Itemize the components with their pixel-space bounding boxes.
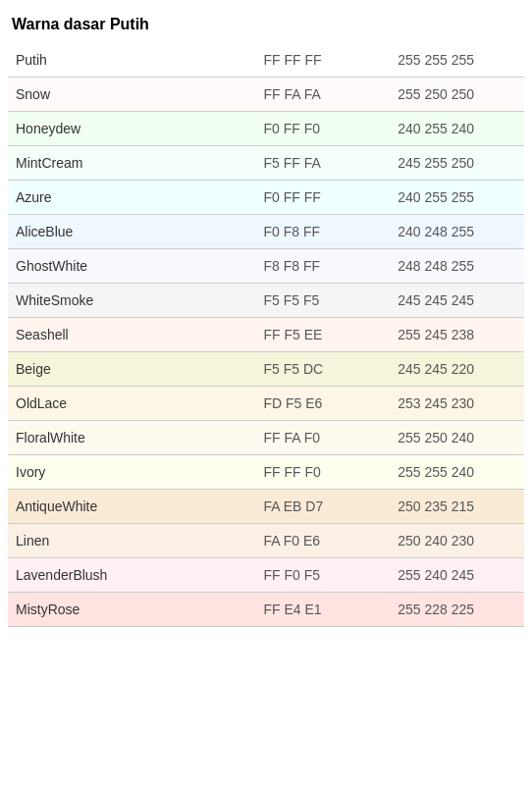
table-row: FloralWhiteFF FA F0255 250 240: [8, 421, 524, 455]
color-name: Seashell: [8, 318, 255, 352]
color-name: AliceBlue: [8, 215, 255, 249]
table-row: BeigeF5 F5 DC245 245 220: [8, 352, 524, 387]
table-row: GhostWhiteF8 F8 FF248 248 255: [8, 249, 524, 284]
color-hex: FF FF F0: [255, 455, 390, 490]
color-hex: F0 F8 FF: [255, 215, 390, 249]
color-rgb: 255 245 238: [390, 318, 524, 352]
table-row: IvoryFF FF F0255 255 240: [8, 455, 524, 490]
color-name: LavenderBlush: [8, 558, 255, 593]
color-name: Honeydew: [8, 112, 255, 146]
color-name: Ivory: [8, 455, 255, 490]
color-hex: FF E4 E1: [255, 593, 390, 627]
table-row: OldLaceFD F5 E6253 245 230: [8, 387, 524, 421]
table-row: AliceBlueF0 F8 FF240 248 255: [8, 215, 524, 249]
color-rgb: 250 235 215: [390, 490, 524, 524]
color-hex: F0 FF FF: [255, 181, 390, 215]
color-hex: F5 F5 DC: [255, 352, 390, 387]
color-rgb: 253 245 230: [390, 387, 524, 421]
color-name: Snow: [8, 78, 255, 112]
color-hex: FF FA FA: [255, 78, 390, 112]
color-name: MintCream: [8, 146, 255, 181]
table-row: HoneydewF0 FF F0240 255 240: [8, 112, 524, 146]
color-hex: FF F5 EE: [255, 318, 390, 352]
color-rgb: 240 255 255: [390, 181, 524, 215]
table-row: PutihFF FF FF255 255 255: [8, 43, 524, 78]
main-container: Warna dasar Putih PutihFF FF FF255 255 2…: [0, 0, 532, 635]
color-hex: F5 F5 F5: [255, 284, 390, 318]
color-name: WhiteSmoke: [8, 284, 255, 318]
table-row: AntiqueWhiteFA EB D7250 235 215: [8, 490, 524, 524]
color-name: MistyRose: [8, 593, 255, 627]
color-name: AntiqueWhite: [8, 490, 255, 524]
table-row: SeashellFF F5 EE255 245 238: [8, 318, 524, 352]
color-hex: FF F0 F5: [255, 558, 390, 593]
color-rgb: 255 250 240: [390, 421, 524, 455]
color-rgb: 248 248 255: [390, 249, 524, 284]
color-rgb: 255 240 245: [390, 558, 524, 593]
color-name: FloralWhite: [8, 421, 255, 455]
table-row: MistyRoseFF E4 E1255 228 225: [8, 593, 524, 627]
color-rgb: 255 255 255: [390, 43, 524, 78]
color-name: Putih: [8, 43, 255, 78]
color-rgb: 255 228 225: [390, 593, 524, 627]
color-rgb: 240 248 255: [390, 215, 524, 249]
color-rgb: 245 255 250: [390, 146, 524, 181]
table-row: AzureF0 FF FF240 255 255: [8, 181, 524, 215]
color-hex: F0 FF F0: [255, 112, 390, 146]
color-hex: FD F5 E6: [255, 387, 390, 421]
color-rgb: 255 255 240: [390, 455, 524, 490]
color-rgb: 245 245 220: [390, 352, 524, 387]
color-rgb: 240 255 240: [390, 112, 524, 146]
color-name: Beige: [8, 352, 255, 387]
color-rgb: 255 250 250: [390, 78, 524, 112]
color-hex: FF FA F0: [255, 421, 390, 455]
color-name: OldLace: [8, 387, 255, 421]
color-name: Azure: [8, 181, 255, 215]
color-name: GhostWhite: [8, 249, 255, 284]
color-rgb: 245 245 245: [390, 284, 524, 318]
color-hex: FA EB D7: [255, 490, 390, 524]
color-name: Linen: [8, 524, 255, 558]
table-row: MintCreamF5 FF FA245 255 250: [8, 146, 524, 181]
color-table: PutihFF FF FF255 255 255SnowFF FA FA255 …: [8, 43, 524, 627]
color-hex: F8 F8 FF: [255, 249, 390, 284]
color-hex: FA F0 E6: [255, 524, 390, 558]
table-row: LavenderBlushFF F0 F5255 240 245: [8, 558, 524, 593]
color-hex: F5 FF FA: [255, 146, 390, 181]
color-rgb: 250 240 230: [390, 524, 524, 558]
table-row: LinenFA F0 E6250 240 230: [8, 524, 524, 558]
section-title: Warna dasar Putih: [8, 8, 524, 43]
table-row: WhiteSmokeF5 F5 F5245 245 245: [8, 284, 524, 318]
color-hex: FF FF FF: [255, 43, 390, 78]
table-row: SnowFF FA FA255 250 250: [8, 78, 524, 112]
